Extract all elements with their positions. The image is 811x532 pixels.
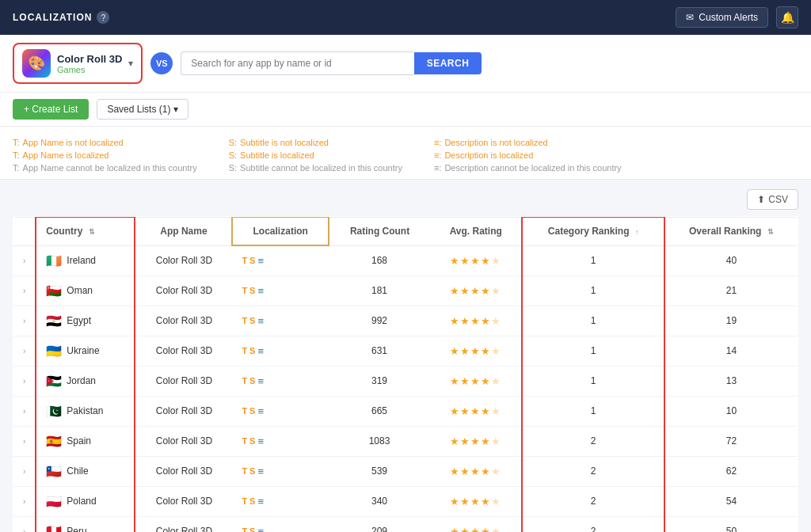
category-ranking-column-header[interactable]: Category Ranking ↑ xyxy=(522,217,664,245)
loc-t-badge: T xyxy=(242,526,247,532)
loc-s-badge: S xyxy=(249,256,255,265)
expand-cell[interactable]: › xyxy=(13,426,36,456)
loc-s-badge: S xyxy=(249,526,255,532)
loc-d-icon: ≡ xyxy=(257,315,264,327)
expand-cell[interactable]: › xyxy=(13,396,36,426)
action-bar: + Create List Saved Lists (1) ▾ xyxy=(0,93,811,127)
stars: ★★★★★ xyxy=(450,255,501,267)
country-cell: 🇴🇲 Oman xyxy=(36,276,135,306)
loc-s-badge: S xyxy=(249,376,255,386)
rating-count-column-header: Rating Count xyxy=(329,217,430,245)
expand-cell[interactable]: › xyxy=(13,516,36,532)
expand-cell[interactable]: › xyxy=(13,276,36,306)
country-flag: 🇵🇱 xyxy=(46,494,62,509)
nav-left: LOCALIZATION ? xyxy=(13,11,109,24)
app-name-cell: Color Roll 3D xyxy=(135,245,232,276)
table-row: › 🇵🇪 Peru Color Roll 3D T S ≡ 209 ★★★★★ … xyxy=(13,516,798,532)
legend-col-description: ≡: Description is not localized ≡: Descr… xyxy=(434,138,622,173)
localization-cell: T S ≡ xyxy=(232,366,329,396)
overall-ranking-cell: 13 xyxy=(664,366,798,396)
overall-ranking-cell: 14 xyxy=(664,336,798,366)
localization-cell: T S ≡ xyxy=(232,396,329,426)
create-list-button[interactable]: + Create List xyxy=(13,99,89,120)
localization-cell: T S ≡ xyxy=(232,516,329,532)
loc-t-badge: T xyxy=(242,466,247,476)
overall-ranking-column-header[interactable]: Overall Ranking ⇅ xyxy=(664,217,798,245)
country-column-header[interactable]: Country ⇅ xyxy=(36,217,135,245)
top-navigation: LOCALIZATION ? ✉ Custom Alerts 🔔 xyxy=(0,0,811,35)
rating-count-cell: 319 xyxy=(329,366,430,396)
country-flag: 🇪🇬 xyxy=(46,314,62,329)
avg-rating-cell: ★★★★★ xyxy=(430,276,522,306)
expand-cell[interactable]: › xyxy=(13,456,36,486)
app-card[interactable]: 🎨 Color Roll 3D Games ▾ xyxy=(13,43,143,84)
csv-button[interactable]: ⬆ CSV xyxy=(747,189,798,210)
app-name-column-header: App Name xyxy=(135,217,232,245)
sort-icon-2: ⇅ xyxy=(767,228,774,236)
loc-s-badge: S xyxy=(249,466,255,476)
stars: ★★★★★ xyxy=(450,466,501,477)
loc-t-badge: T xyxy=(242,496,247,506)
table-row: › 🇮🇪 Ireland Color Roll 3D T S ≡ 168 ★★★… xyxy=(13,245,798,276)
table-row: › 🇵🇰 Pakistan Color Roll 3D T S ≡ 665 ★★… xyxy=(13,396,798,426)
avg-rating-cell: ★★★★★ xyxy=(430,245,522,276)
expand-cell[interactable]: › xyxy=(13,245,36,276)
download-icon: ⬆ xyxy=(757,194,765,205)
stars: ★★★★★ xyxy=(450,375,501,387)
overall-ranking-cell: 72 xyxy=(664,426,798,456)
app-info: Color Roll 3D Games xyxy=(57,53,122,74)
category-ranking-cell: 2 xyxy=(522,456,664,486)
app-name-cell: Color Roll 3D xyxy=(135,426,232,456)
expand-cell[interactable]: › xyxy=(13,366,36,396)
app-bar: 🎨 Color Roll 3D Games ▾ VS SEARCH xyxy=(0,35,811,93)
custom-alerts-button[interactable]: ✉ Custom Alerts xyxy=(676,7,768,28)
loc-s-badge: S xyxy=(249,406,255,416)
category-ranking-cell: 2 xyxy=(522,516,664,532)
avg-rating-cell: ★★★★★ xyxy=(430,336,522,366)
stars: ★★★★★ xyxy=(450,285,501,297)
legend-title-not-localized: T: App Name is not localized xyxy=(13,138,197,147)
notification-bell-icon[interactable]: 🔔 xyxy=(776,6,798,28)
category-ranking-cell: 1 xyxy=(522,366,664,396)
avg-rating-cell: ★★★★★ xyxy=(430,426,522,456)
country-name: Ireland xyxy=(67,255,96,266)
search-button[interactable]: SEARCH xyxy=(414,52,482,74)
overall-ranking-cell: 19 xyxy=(664,306,798,336)
help-icon[interactable]: ? xyxy=(97,11,109,24)
stars: ★★★★★ xyxy=(450,526,501,533)
overall-ranking-cell: 50 xyxy=(664,516,798,532)
nav-title: LOCALIZATION xyxy=(13,12,92,23)
category-ranking-cell: 2 xyxy=(522,486,664,516)
expand-cell[interactable]: › xyxy=(13,486,36,516)
country-flag: 🇴🇲 xyxy=(46,283,62,298)
country-name: Peru xyxy=(67,526,86,532)
app-dropdown-button[interactable]: ▾ xyxy=(128,58,133,69)
overall-ranking-cell: 10 xyxy=(664,396,798,426)
expand-cell[interactable]: › xyxy=(13,336,36,366)
loc-t-badge: T xyxy=(242,286,247,295)
category-ranking-cell: 1 xyxy=(522,306,664,336)
localization-cell: T S ≡ xyxy=(232,336,329,366)
app-name-cell: Color Roll 3D xyxy=(135,306,232,336)
loc-s-badge: S xyxy=(249,346,255,355)
avg-rating-cell: ★★★★★ xyxy=(430,516,522,532)
loc-s-badge: S xyxy=(249,286,255,295)
loc-s-badge: S xyxy=(249,316,255,325)
chevron-down-icon: ▾ xyxy=(173,104,178,115)
rating-count-cell: 665 xyxy=(329,396,430,426)
loc-d-icon: ≡ xyxy=(257,496,264,507)
app-icon: 🎨 xyxy=(22,49,51,78)
loc-d-icon: ≡ xyxy=(257,435,264,447)
category-ranking-cell: 2 xyxy=(522,426,664,456)
table-row: › 🇨🇱 Chile Color Roll 3D T S ≡ 539 ★★★★★… xyxy=(13,456,798,486)
loc-t-badge: T xyxy=(242,256,247,265)
rating-count-cell: 209 xyxy=(329,516,430,532)
search-input[interactable] xyxy=(181,51,413,75)
localization-column-header[interactable]: Localization xyxy=(232,217,329,245)
saved-lists-button[interactable]: Saved Lists (1) ▾ xyxy=(97,99,188,120)
app-name: Color Roll 3D xyxy=(57,53,122,65)
loc-d-icon: ≡ xyxy=(257,375,264,387)
expand-cell[interactable]: › xyxy=(13,306,36,336)
country-name: Oman xyxy=(67,285,93,296)
legend-title-localized: T: App Name is localized xyxy=(13,150,197,160)
